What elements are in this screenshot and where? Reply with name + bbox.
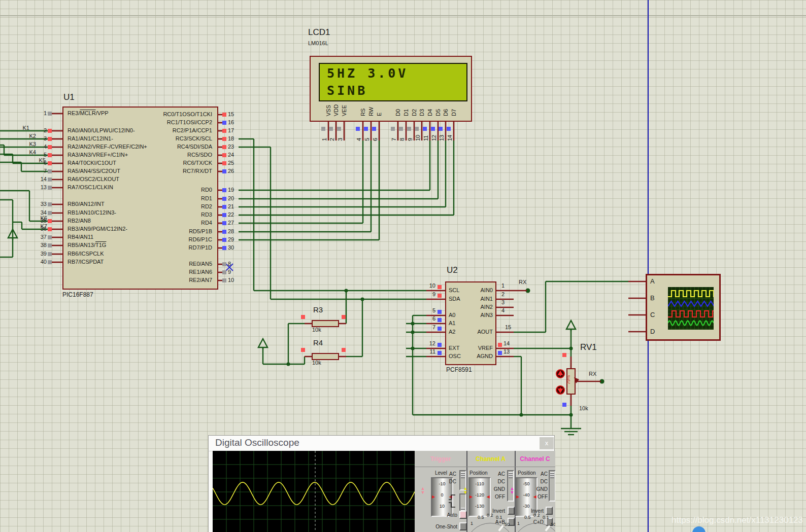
pin-state-square [48, 161, 52, 165]
pin-number: 9 [420, 291, 435, 297]
pin-state-square [438, 318, 442, 322]
scope-module-body[interactable] [646, 274, 721, 341]
pin-label: RD3 [125, 211, 212, 218]
trigger-oneshot-button[interactable] [459, 522, 467, 530]
channel-a-gnd-label: GND [490, 486, 505, 492]
pin-state-square [222, 262, 226, 266]
channel-c-ac-label: AC [532, 471, 548, 477]
window-titlebar[interactable]: Digital Oscilloscope x [209, 436, 554, 451]
channel-a-section-title: Channel A [466, 455, 515, 463]
tick-label: -110 [469, 481, 490, 486]
pin-number: 26 [228, 168, 241, 174]
pin-label: D4 [427, 99, 433, 116]
pin-state-square [222, 129, 226, 133]
pin-label: VEE [341, 99, 347, 116]
pin-state-square [438, 351, 442, 355]
pin-number: 13 [503, 348, 516, 354]
pin-label: AIN1 [457, 296, 493, 302]
pin-label: VREF [457, 345, 493, 351]
pin-label: RD6/P1C [125, 236, 212, 242]
channel-a-updown-icon[interactable]: ▲ ▼ [462, 486, 468, 494]
pin-label: RD7/P1D [125, 244, 212, 251]
pin-state-square [438, 285, 442, 289]
pin-state-square [222, 121, 226, 125]
net-label-k7: K7 [33, 223, 47, 229]
pin-label: RD0 [125, 187, 212, 193]
pin-label: RC4/SDI/SDA [125, 144, 212, 150]
pin-number: 1 [33, 110, 47, 116]
junction-dot [569, 347, 573, 350]
pin-label: RS [360, 99, 366, 116]
pin-number: 19 [228, 187, 241, 193]
slider-marker-icon: ▶ [432, 494, 435, 499]
pin-label: RC0/T1OSO/T1CKI [125, 111, 212, 117]
dial-label: 0.5 [524, 515, 531, 520]
pin-label: RD2 [125, 203, 212, 209]
close-icon[interactable]: x [540, 437, 554, 449]
pin-label: A0 [449, 312, 455, 318]
digital-oscilloscope-window[interactable]: Digital Oscilloscope x Trigger Level -10… [208, 435, 555, 532]
pin-state-square [562, 403, 566, 407]
scope-channel-label: D [650, 328, 655, 335]
channel-c-invert-button[interactable] [546, 507, 553, 515]
pin-number: 2 [501, 291, 514, 297]
pin-label: RA1/AN1/C12IN1- [68, 135, 113, 141]
pin-state-square [498, 343, 502, 347]
pin-number: 25 [228, 160, 241, 166]
pin-number: 10 [415, 130, 420, 141]
pin-number: 27 [228, 220, 241, 226]
pin-label: RC1/T1OSI/CCP2 [125, 119, 212, 125]
pin-label: RB6/ICSPCLK [68, 251, 104, 257]
schematic-canvas[interactable]: U1 PIC16F887 5HZ 3.0V SINB LCD1 LM016L U… [0, 0, 806, 532]
pin-label: AIN3 [457, 312, 493, 318]
pin-label: RD1 [125, 195, 212, 201]
pin-number: 7 [420, 324, 435, 330]
pin-label: RB7/ICSPDAT [68, 259, 104, 265]
pin-number: 1 [501, 282, 514, 289]
channel-c-dc-label: DC [532, 479, 548, 484]
junction-dot [411, 347, 415, 350]
trigger-section-title: Trigger [415, 455, 466, 463]
trigger-oneshot-label: One-Shot [425, 524, 457, 529]
pin-number: 6 [420, 315, 435, 322]
channel-c-updown-icon[interactable]: ▲ ▼ [509, 486, 515, 494]
pin-state-square [222, 221, 226, 225]
pin-label: RB4/AN11 [68, 234, 93, 240]
pin-state-square [48, 112, 52, 116]
pin-state-square [438, 294, 442, 298]
channel-c-coupling-switch[interactable] [549, 470, 555, 502]
pin-state-square [222, 205, 226, 209]
pin-state-square [222, 246, 226, 250]
pin-label: RB0/AN12/INT [68, 201, 105, 207]
slider-marker-icon: ▶ [516, 494, 519, 499]
pin-number: 15 [228, 111, 241, 117]
channel-a-invert-button[interactable] [508, 507, 515, 515]
pin-state-square [222, 270, 226, 274]
pin-number: 28 [228, 228, 241, 234]
pin-label: RC5/SDO [125, 152, 212, 158]
channel-c-off-label: OFF [532, 494, 548, 500]
net-label-k2: K2 [22, 133, 36, 139]
pin-state-square [48, 169, 52, 173]
junction-dot [411, 322, 415, 326]
pin-label: AGND [457, 353, 493, 359]
r3-body[interactable] [312, 321, 339, 327]
pin-label: A2 [449, 329, 455, 335]
pin-label: RA7/OSC1/CLKIN [68, 184, 113, 190]
trigger-dc-label: DC [446, 479, 456, 484]
pin-state-square [222, 230, 226, 234]
pin-number: 10 [228, 277, 241, 283]
power-arrow-icon [258, 339, 267, 349]
pin-label: RB1/AN10/C12IN3- [68, 209, 116, 216]
dial-label: 0.5 [478, 515, 484, 520]
pin-number: 20 [228, 195, 241, 201]
pin-state-square [562, 353, 566, 357]
channel-c-invert-label: Invert [521, 508, 544, 514]
r4-body[interactable] [312, 353, 339, 360]
trigger-auto-button[interactable] [459, 511, 467, 519]
pin-state-square [222, 169, 226, 173]
pin-state-square [48, 235, 52, 239]
trigger-updown-icon[interactable]: ▲ ▼ [420, 486, 426, 494]
trigger-ac-label: AC [446, 471, 456, 477]
pin-state-square [222, 238, 226, 242]
